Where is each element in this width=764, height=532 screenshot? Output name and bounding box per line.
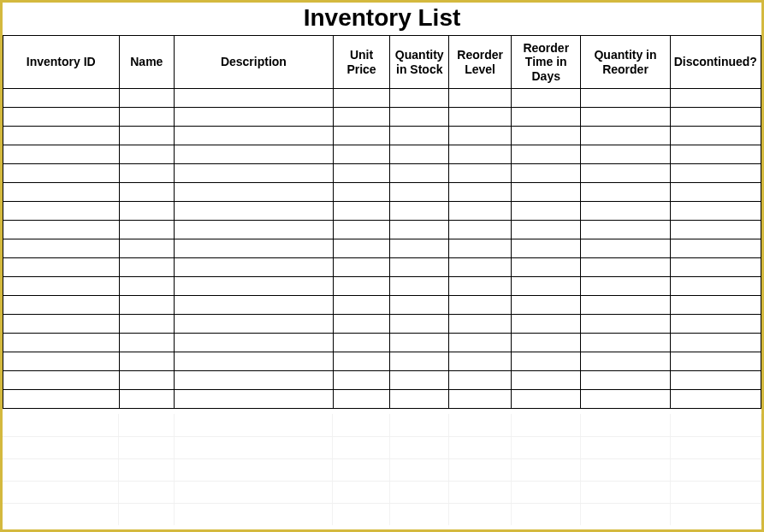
cell-description[interactable]: [175, 352, 334, 371]
cell-unit_price[interactable]: [333, 164, 390, 183]
cell-qty_stock[interactable]: [390, 202, 449, 221]
cell-description[interactable]: [175, 164, 334, 183]
cell-qty_reorder[interactable]: [581, 277, 670, 296]
cell-qty_stock[interactable]: [390, 296, 449, 315]
cell-discontinued[interactable]: [670, 164, 761, 183]
cell-unit_price[interactable]: [333, 258, 390, 277]
cell-description[interactable]: [175, 202, 334, 221]
cell-reorder_level[interactable]: [449, 239, 512, 258]
cell-inventory_id[interactable]: [3, 390, 120, 409]
cell-reorder_days[interactable]: [512, 164, 581, 183]
cell-discontinued[interactable]: [670, 183, 761, 202]
cell-qty_reorder[interactable]: [581, 352, 670, 371]
cell-description[interactable]: [175, 89, 334, 108]
cell-qty_stock[interactable]: [390, 89, 449, 108]
cell-reorder_level[interactable]: [449, 202, 512, 221]
cell-reorder_level[interactable]: [449, 89, 512, 108]
cell-inventory_id[interactable]: [3, 371, 120, 390]
cell-reorder_days[interactable]: [512, 258, 581, 277]
cell-unit_price[interactable]: [333, 296, 390, 315]
cell-unit_price[interactable]: [333, 352, 390, 371]
cell-description[interactable]: [175, 221, 334, 239]
cell-qty_reorder[interactable]: [581, 296, 670, 315]
cell-qty_reorder[interactable]: [581, 183, 670, 202]
cell-name[interactable]: [119, 183, 175, 202]
cell-reorder_level[interactable]: [449, 258, 512, 277]
cell-unit_price[interactable]: [333, 277, 390, 296]
cell-qty_stock[interactable]: [390, 183, 449, 202]
cell-qty_reorder[interactable]: [581, 221, 670, 239]
cell-qty_stock[interactable]: [390, 315, 449, 334]
cell-inventory_id[interactable]: [3, 258, 120, 277]
cell-name[interactable]: [119, 164, 175, 183]
cell-unit_price[interactable]: [333, 371, 390, 390]
cell-description[interactable]: [175, 183, 334, 202]
cell-name[interactable]: [119, 89, 175, 108]
cell-qty_stock[interactable]: [390, 371, 449, 390]
cell-discontinued[interactable]: [670, 239, 761, 258]
cell-qty_reorder[interactable]: [581, 239, 670, 258]
cell-qty_reorder[interactable]: [581, 145, 670, 164]
cell-inventory_id[interactable]: [3, 296, 120, 315]
cell-discontinued[interactable]: [670, 296, 761, 315]
cell-unit_price[interactable]: [333, 390, 390, 409]
cell-unit_price[interactable]: [333, 315, 390, 334]
cell-reorder_days[interactable]: [512, 239, 581, 258]
cell-discontinued[interactable]: [670, 390, 761, 409]
cell-name[interactable]: [119, 145, 175, 164]
cell-name[interactable]: [119, 202, 175, 221]
cell-description[interactable]: [175, 258, 334, 277]
cell-reorder_days[interactable]: [512, 315, 581, 334]
cell-discontinued[interactable]: [670, 352, 761, 371]
cell-inventory_id[interactable]: [3, 277, 120, 296]
cell-reorder_level[interactable]: [449, 127, 512, 145]
cell-qty_reorder[interactable]: [581, 89, 670, 108]
cell-unit_price[interactable]: [333, 202, 390, 221]
cell-name[interactable]: [119, 315, 175, 334]
cell-name[interactable]: [119, 258, 175, 277]
cell-qty_reorder[interactable]: [581, 371, 670, 390]
cell-description[interactable]: [175, 296, 334, 315]
cell-qty_stock[interactable]: [390, 108, 449, 127]
cell-inventory_id[interactable]: [3, 221, 120, 239]
cell-qty_reorder[interactable]: [581, 390, 670, 409]
cell-inventory_id[interactable]: [3, 127, 120, 145]
cell-qty_reorder[interactable]: [581, 202, 670, 221]
cell-description[interactable]: [175, 108, 334, 127]
cell-reorder_level[interactable]: [449, 145, 512, 164]
cell-reorder_level[interactable]: [449, 315, 512, 334]
cell-reorder_days[interactable]: [512, 352, 581, 371]
cell-description[interactable]: [175, 334, 334, 352]
cell-description[interactable]: [175, 239, 334, 258]
cell-name[interactable]: [119, 296, 175, 315]
cell-discontinued[interactable]: [670, 145, 761, 164]
cell-description[interactable]: [175, 277, 334, 296]
cell-reorder_level[interactable]: [449, 390, 512, 409]
cell-discontinued[interactable]: [670, 258, 761, 277]
cell-discontinued[interactable]: [670, 108, 761, 127]
cell-qty_reorder[interactable]: [581, 315, 670, 334]
cell-reorder_days[interactable]: [512, 334, 581, 352]
cell-inventory_id[interactable]: [3, 89, 120, 108]
cell-reorder_level[interactable]: [449, 334, 512, 352]
cell-inventory_id[interactable]: [3, 315, 120, 334]
cell-inventory_id[interactable]: [3, 183, 120, 202]
cell-name[interactable]: [119, 127, 175, 145]
cell-unit_price[interactable]: [333, 334, 390, 352]
cell-reorder_days[interactable]: [512, 296, 581, 315]
cell-discontinued[interactable]: [670, 371, 761, 390]
cell-inventory_id[interactable]: [3, 352, 120, 371]
cell-discontinued[interactable]: [670, 277, 761, 296]
cell-reorder_level[interactable]: [449, 164, 512, 183]
cell-name[interactable]: [119, 371, 175, 390]
cell-description[interactable]: [175, 315, 334, 334]
cell-name[interactable]: [119, 108, 175, 127]
cell-qty_stock[interactable]: [390, 277, 449, 296]
cell-unit_price[interactable]: [333, 89, 390, 108]
cell-qty_stock[interactable]: [390, 221, 449, 239]
cell-description[interactable]: [175, 371, 334, 390]
cell-qty_reorder[interactable]: [581, 258, 670, 277]
cell-reorder_level[interactable]: [449, 296, 512, 315]
cell-qty_stock[interactable]: [390, 390, 449, 409]
cell-qty_stock[interactable]: [390, 352, 449, 371]
